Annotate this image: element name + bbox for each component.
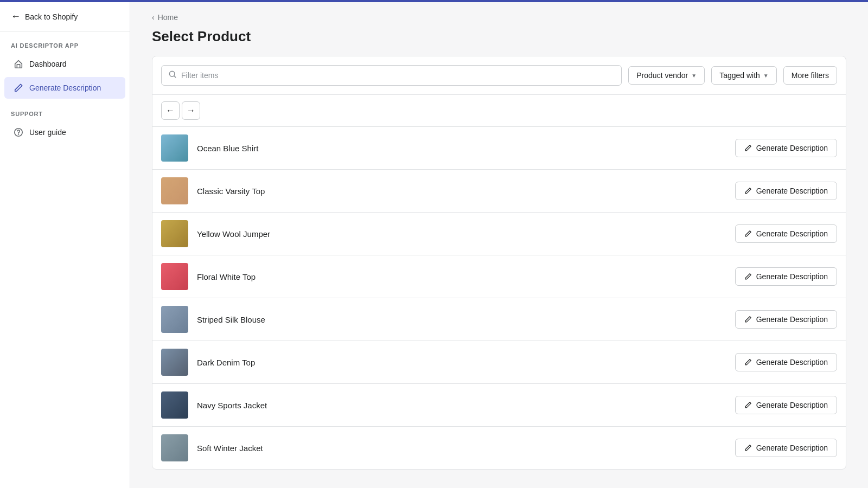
more-filters-label: More filters [792,71,829,80]
sidebar-item-dashboard[interactable]: Dashboard [4,53,125,75]
search-icon [168,70,177,81]
chevron-down-icon: ▼ [691,73,697,79]
tagged-with-label: Tagged with [719,71,760,80]
pencil-small-icon [744,401,752,409]
product-thumbnail [161,134,188,162]
generate-description-label: Generate Description [756,272,828,281]
search-wrap[interactable] [161,65,622,86]
product-row: Classic Varsity Top Generate Description [152,170,846,213]
more-filters-button[interactable]: More filters [783,66,837,85]
prev-page-button[interactable]: ← [161,101,180,120]
product-row: Navy Sports Jacket Generate Description [152,384,846,427]
pencil-small-icon [744,144,752,152]
product-thumbnail [161,263,188,290]
product-name: Navy Sports Jacket [197,401,726,410]
pencil-small-icon [744,358,752,366]
sidebar: ← Back to Shopify AI DESCRIPTOR APP Dash… [0,2,130,488]
generate-description-label: Generate Description [756,358,828,367]
product-name: Ocean Blue Shirt [197,144,726,153]
generate-description-label: Generate Description [756,187,828,195]
back-label: Back to Shopify [25,12,78,21]
sidebar-item-dashboard-label: Dashboard [29,60,67,68]
pencil-small-icon [744,273,752,280]
generate-description-button[interactable]: Generate Description [735,224,837,243]
top-bar [0,0,868,2]
support-section-label: SUPPORT [0,100,130,120]
pencil-icon [13,82,24,93]
product-row: Dark Denim Top Generate Description [152,341,846,384]
product-row: Yellow Wool Jumper Generate Description [152,213,846,255]
product-name: Yellow Wool Jumper [197,229,726,239]
pencil-small-icon [744,187,752,195]
generate-description-button[interactable]: Generate Description [735,439,837,457]
product-row: Striped Silk Blouse Generate Description [152,298,846,341]
product-name: Dark Denim Top [197,358,726,367]
product-thumbnail [161,434,188,461]
product-vendor-label: Product vendor [636,71,688,80]
generate-description-label: Generate Description [756,229,828,238]
product-name: Classic Varsity Top [197,187,726,196]
product-row: Floral White Top Generate Description [152,255,846,298]
back-to-shopify[interactable]: ← Back to Shopify [0,2,130,31]
breadcrumb[interactable]: ‹ Home [152,13,846,22]
pencil-small-icon [744,230,752,237]
generate-description-label: Generate Description [756,144,828,152]
chevron-down-icon-2: ▼ [763,73,769,79]
product-thumbnail [161,391,188,419]
home-icon [13,59,24,69]
breadcrumb-label: Home [158,13,178,22]
product-name: Floral White Top [197,272,726,281]
generate-description-label: Generate Description [756,315,828,324]
page-title: Select Product [152,28,846,45]
generate-description-label: Generate Description [756,401,828,409]
filter-bar: Product vendor ▼ Tagged with ▼ More filt… [152,56,846,95]
search-input[interactable] [181,71,615,80]
tagged-with-filter[interactable]: Tagged with ▼ [711,66,777,85]
generate-description-label: Generate Description [756,444,828,452]
app-section-label: AI DESCRIPTOR APP [0,31,130,52]
generate-description-button[interactable]: Generate Description [735,182,837,200]
product-thumbnail [161,220,188,247]
sidebar-item-generate-label: Generate Description [29,84,101,92]
product-thumbnail [161,349,188,376]
pencil-small-icon [744,444,752,452]
product-thumbnail [161,177,188,204]
product-vendor-filter[interactable]: Product vendor ▼ [628,66,705,85]
product-row: Soft Winter Jacket Generate Description [152,427,846,469]
main-content: ‹ Home Select Product Product vendor ▼ [130,2,868,488]
generate-description-button[interactable]: Generate Description [735,396,837,414]
product-row: Ocean Blue Shirt Generate Description [152,127,846,170]
pagination-bar: ← → [152,95,846,127]
back-arrow-icon: ← [11,11,21,22]
generate-description-button[interactable]: Generate Description [735,353,837,371]
next-page-button[interactable]: → [182,101,200,120]
product-thumbnail [161,306,188,333]
generate-description-button[interactable]: Generate Description [735,139,837,157]
svg-point-1 [18,134,19,134]
pencil-small-icon [744,316,752,323]
generate-description-button[interactable]: Generate Description [735,310,837,329]
product-list: Ocean Blue Shirt Generate Description Cl… [152,127,846,469]
product-list-card: Product vendor ▼ Tagged with ▼ More filt… [152,56,846,470]
sidebar-item-user-guide-label: User guide [29,128,66,137]
sidebar-item-generate[interactable]: Generate Description [4,77,125,99]
generate-description-button[interactable]: Generate Description [735,267,837,286]
question-icon [13,127,24,138]
breadcrumb-chevron-icon: ‹ [152,13,155,22]
product-name: Soft Winter Jacket [197,444,726,453]
sidebar-item-user-guide[interactable]: User guide [4,121,125,143]
product-name: Striped Silk Blouse [197,315,726,324]
